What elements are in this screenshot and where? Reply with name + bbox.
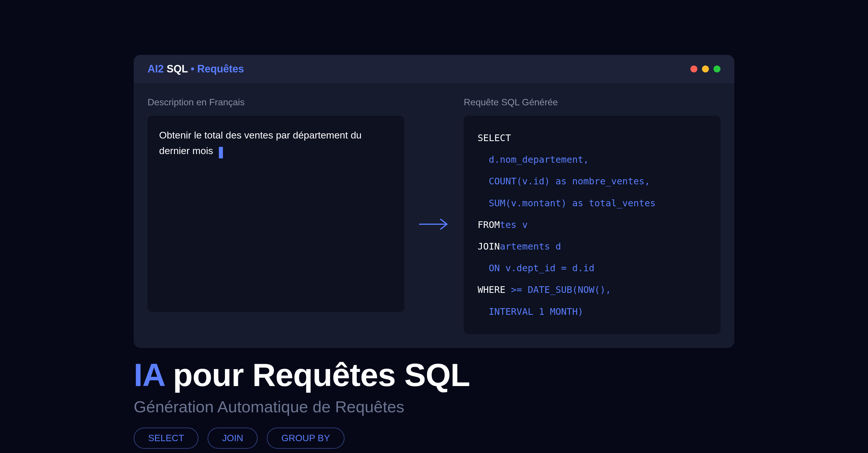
chip-join[interactable]: JOIN [208, 428, 257, 449]
sql-rest: SUM(v.montant) as total_ventes [477, 198, 656, 208]
title-accent-1: AI2 [148, 63, 164, 75]
sql-output: SELECT d.nom_departement, COUNT(v.id) as… [464, 116, 720, 334]
hero-accent: IA [134, 357, 164, 393]
sql-line: ON v.dept_id = d.id [477, 257, 707, 279]
minimize-icon[interactable] [702, 65, 709, 72]
sql-line: COUNT(v.id) as nombre_ventes, [477, 170, 707, 192]
title-accent-2: Requêtes [197, 63, 244, 75]
sql-rest: ON v.dept_id = d.id [477, 263, 594, 273]
description-input[interactable]: Obtenir le total des ventes par départem… [148, 116, 404, 312]
sql-line: WHERE date >= DATE_SUB(NOW(), [477, 279, 707, 301]
sql-keyword: FROM [477, 214, 500, 236]
editor-header: AI2 SQL • Requêtes [134, 55, 734, 83]
output-pane: Requête SQL Générée SELECT d.nom_departe… [464, 97, 720, 334]
maximize-icon[interactable] [714, 65, 720, 72]
title-bullet: • [191, 63, 194, 75]
sql-rest: INTERVAL 1 MONTH) [477, 306, 583, 317]
sql-rest: COUNT(v.id) as nombre_ventes, [477, 176, 650, 187]
sql-rest: d.nom_departement, [477, 154, 589, 165]
chip-row: SELECTJOINGROUP BY [134, 428, 734, 449]
page-title: IA pour Requêtes SQL [134, 357, 734, 393]
chip-select[interactable]: SELECT [134, 428, 198, 449]
editor-window: AI2 SQL • Requêtes Description en França… [134, 55, 734, 348]
sql-line: FROM ventes v [477, 214, 707, 236]
input-label: Description en Français [148, 97, 404, 108]
sql-line: JOIN departements d [477, 236, 707, 257]
sql-keyword: JOIN [477, 236, 500, 257]
sql-keyword: WHERE [477, 279, 505, 301]
close-icon[interactable] [690, 65, 698, 72]
text-cursor-icon [219, 147, 223, 158]
title-white: SQL [166, 63, 188, 75]
hero-section: IA pour Requêtes SQL Génération Automati… [134, 357, 734, 449]
sql-line: SELECT [477, 127, 707, 149]
traffic-lights [690, 65, 720, 72]
arrow-icon [418, 97, 450, 334]
editor-body: Description en Français Obtenir le total… [134, 83, 734, 348]
sql-line: SUM(v.montant) as total_ventes [477, 192, 707, 214]
hero-rest: pour Requêtes SQL [164, 357, 470, 393]
chip-group-by[interactable]: GROUP BY [267, 428, 344, 449]
sql-line: d.nom_departement, [477, 149, 707, 170]
output-label: Requête SQL Générée [464, 97, 720, 108]
page-subtitle: Génération Automatique de Requêtes [134, 397, 734, 416]
editor-title: AI2 SQL • Requêtes [148, 63, 244, 75]
input-pane: Description en Français Obtenir le total… [148, 97, 404, 334]
input-text: Obtenir le total des ventes par départem… [159, 130, 362, 156]
sql-line: INTERVAL 1 MONTH) [477, 301, 707, 323]
sql-rest: SELECT [477, 132, 511, 143]
